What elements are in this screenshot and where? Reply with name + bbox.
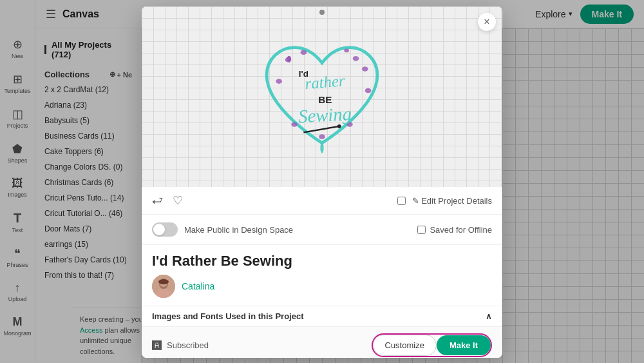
modal-actions: ⮐ ♡ ✎ Edit Project Details: [142, 187, 502, 215]
collapse-icon: ∧: [486, 311, 492, 321]
toggle-label: Make Public in Design Space: [184, 225, 293, 235]
checkbox-label[interactable]: [397, 197, 406, 205]
images-fonts-section[interactable]: Images and Fonts Used in this Project ∧: [142, 306, 502, 326]
subscribed-icon: 🅰: [152, 340, 162, 351]
modal-title: I'd Rather Be Sewing: [142, 245, 502, 272]
svg-point-1: [301, 50, 307, 55]
modal-dialog: I'd rather BE Sewing ×: [142, 6, 502, 358]
modal-pin: [319, 10, 325, 15]
toggle-row: Make Public in Design Space: [152, 222, 293, 237]
modal-action-left: ⮐ ♡: [152, 193, 183, 208]
svg-point-2: [353, 56, 359, 61]
modal-footer: 🅰 Subscribed Customize Make It: [142, 326, 502, 358]
svg-point-20: [158, 279, 169, 284]
customize-button[interactable]: Customize: [373, 335, 437, 356]
footer-right: Customize Make It: [372, 333, 493, 357]
offline-checkbox[interactable]: [417, 226, 426, 234]
offline-check[interactable]: Saved for Offline: [417, 225, 492, 235]
modal-grid-bg: I'd rather BE Sewing: [142, 6, 502, 187]
svg-point-9: [319, 134, 325, 139]
action-buttons-border: Customize Make It: [372, 333, 493, 357]
modal-settings: Make Public in Design Space Saved for Of…: [142, 215, 502, 245]
modal-make-it-button[interactable]: Make It: [437, 335, 491, 355]
modal-overlay: I'd rather BE Sewing ×: [0, 0, 644, 363]
subscribed-label: Subscribed: [167, 340, 209, 350]
svg-point-5: [276, 79, 282, 84]
select-checkbox[interactable]: [397, 197, 406, 205]
modal-close-button[interactable]: ×: [478, 13, 496, 31]
svg-point-4: [362, 66, 368, 72]
svg-point-7: [291, 122, 298, 127]
share-icon[interactable]: ⮐: [152, 194, 164, 208]
svg-text:Sewing: Sewing: [298, 103, 352, 126]
heart-illustration: I'd rather BE Sewing: [254, 26, 390, 168]
public-toggle[interactable]: [152, 222, 178, 237]
modal-author: Catalina: [142, 272, 502, 306]
footer-left: 🅰 Subscribed: [152, 340, 209, 351]
images-fonts-label: Images and Fonts Used in this Project: [152, 311, 304, 321]
author-name[interactable]: Catalina: [182, 281, 214, 291]
modal-action-right: ✎ Edit Project Details: [397, 196, 492, 206]
svg-text:BE: BE: [318, 94, 332, 105]
offline-label: Saved for Offline: [430, 225, 492, 235]
svg-point-15: [337, 124, 341, 128]
edit-project-button[interactable]: ✎ Edit Project Details: [412, 196, 492, 206]
svg-point-3: [344, 49, 349, 53]
modal-image-area: I'd rather BE Sewing ×: [142, 6, 502, 187]
svg-text:rather: rather: [304, 72, 345, 92]
svg-point-6: [365, 88, 372, 93]
heart-icon[interactable]: ♡: [173, 193, 183, 208]
author-avatar: [152, 275, 175, 298]
svg-line-14: [303, 126, 339, 133]
avatar-image: [152, 275, 175, 298]
svg-point-0: [285, 57, 292, 63]
toggle-knob: [153, 224, 165, 235]
